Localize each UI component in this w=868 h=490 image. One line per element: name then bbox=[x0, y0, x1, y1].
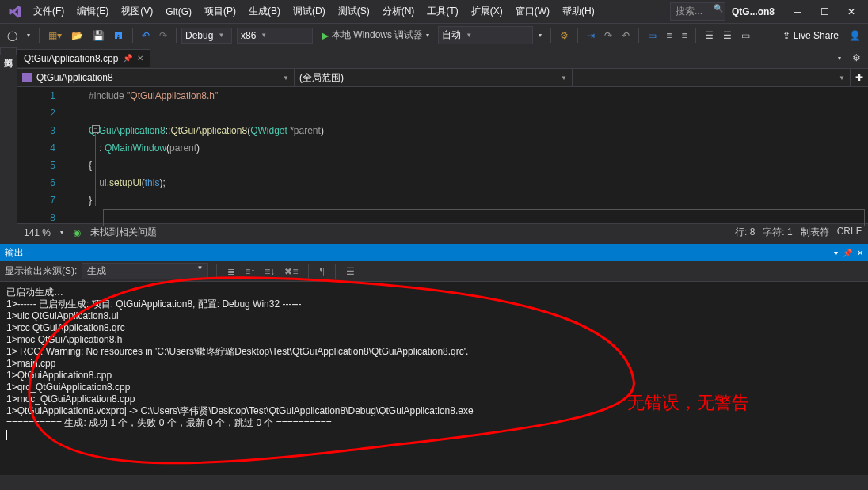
share-icon: ⇪ bbox=[782, 30, 790, 41]
tab-close-icon[interactable]: ✕ bbox=[137, 54, 143, 63]
separator bbox=[39, 28, 40, 43]
pin-icon[interactable]: 📌 bbox=[123, 54, 132, 63]
panel-pin-icon[interactable]: 📌 bbox=[843, 249, 852, 257]
auto-dropdown[interactable]: 自动▼ bbox=[438, 26, 533, 44]
config-dropdown[interactable]: Debug▼ bbox=[181, 28, 232, 44]
start-debug-button[interactable]: ▶本地 Windows 调试器▾ bbox=[318, 25, 433, 45]
close-icon[interactable]: ✕ bbox=[838, 2, 865, 22]
nav-project-dropdown[interactable]: QtGuiApplication8 ▼ bbox=[17, 69, 295, 86]
nav-scope-dropdown[interactable]: (全局范围) ▼ bbox=[295, 69, 573, 86]
step-icon[interactable]: ⇥ bbox=[583, 27, 599, 44]
menu-tools[interactable]: 工具(T) bbox=[421, 2, 464, 21]
menu-edit[interactable]: 编辑(E) bbox=[70, 2, 115, 21]
nav-bar: QtGuiApplication8 ▼ (全局范围) ▼ ▼ ✚ bbox=[17, 68, 868, 87]
code-editor[interactable]: 12345678 #include "QtGuiApplication8.h"Q… bbox=[17, 87, 868, 223]
undo-icon[interactable]: ↶ bbox=[138, 27, 154, 44]
file-tab-label: QtGuiApplication8.cpp bbox=[24, 53, 118, 64]
menu-git[interactable]: Git(G) bbox=[159, 3, 198, 21]
menu-project[interactable]: 项目(P) bbox=[198, 2, 242, 21]
panel-dropdown-icon[interactable]: ▾ bbox=[834, 249, 838, 257]
output-body[interactable]: 已启动生成…1>------ 已启动生成: 项目: QtGuiApplicati… bbox=[0, 282, 868, 475]
search-input[interactable]: 搜索... bbox=[670, 2, 725, 21]
file-tab-active[interactable]: QtGuiApplication8.cpp 📌 ✕ bbox=[17, 49, 150, 67]
collapse-toggle-icon[interactable]: − bbox=[92, 125, 100, 133]
output-source-label: 显示输出来源(S): bbox=[5, 264, 77, 278]
output-title-label: 输出 bbox=[5, 246, 24, 260]
separator bbox=[132, 28, 133, 43]
output-toolbar: 显示输出来源(S): 生成▼ ≣ ≡↑ ≡↓ ✖≡ ¶ ☰ bbox=[0, 261, 868, 282]
format-icon[interactable]: ≡ bbox=[662, 27, 676, 44]
next-msg-icon[interactable]: ≡↓ bbox=[262, 264, 277, 279]
separator bbox=[176, 28, 177, 43]
menu-help[interactable]: 帮助(H) bbox=[556, 2, 601, 21]
titlebar: 文件(F) 编辑(E) 视图(V) Git(G) 项目(P) 生成(B) 调试(… bbox=[0, 0, 868, 24]
comment-icon[interactable]: ≡ bbox=[677, 27, 691, 44]
save-icon[interactable]: 💾 bbox=[89, 27, 108, 44]
goto-msg-icon[interactable]: ≣ bbox=[225, 264, 238, 279]
solution-name: QtG...on8 bbox=[732, 6, 775, 17]
menu-window[interactable]: 窗口(W) bbox=[509, 2, 556, 21]
output-source-dropdown[interactable]: 生成▼ bbox=[82, 263, 208, 279]
status-col[interactable]: 字符: 1 bbox=[763, 226, 792, 239]
status-ending[interactable]: CRLF bbox=[837, 226, 862, 239]
outdent-icon[interactable]: ☰ bbox=[719, 27, 736, 44]
zoom-chevron-icon[interactable]: ▾ bbox=[60, 229, 63, 236]
menu-test[interactable]: 测试(S) bbox=[332, 2, 376, 21]
separator bbox=[335, 264, 336, 279]
maximize-icon[interactable]: ☐ bbox=[811, 2, 838, 22]
main-toolbar: ◯ ▾ ▦▾ 📂 💾 🖪 ↶ ↷ Debug▼ x86▼ ▶本地 Windows… bbox=[0, 24, 868, 47]
bookmark-icon[interactable]: ▭ bbox=[737, 27, 754, 44]
separator bbox=[695, 28, 696, 43]
nav-forward-icon[interactable]: ▾ bbox=[23, 28, 34, 42]
nav-member-dropdown[interactable]: ▼ bbox=[573, 69, 851, 86]
tab-well: QtGuiApplication8.cpp 📌 ✕ ▾ ⚙ bbox=[0, 47, 868, 68]
output-panel-title[interactable]: 输出 ▾ 📌 ✕ bbox=[0, 244, 868, 261]
line-gutter: 12345678 bbox=[17, 87, 89, 223]
menu-build[interactable]: 生成(B) bbox=[242, 2, 287, 21]
tool-icon[interactable]: ▭ bbox=[644, 27, 661, 44]
menu-file[interactable]: 文件(F) bbox=[27, 2, 70, 21]
open-icon[interactable]: 📂 bbox=[67, 27, 87, 44]
wrap-icon[interactable]: ¶ bbox=[317, 264, 326, 279]
menu-view[interactable]: 视图(V) bbox=[115, 2, 159, 21]
separator bbox=[638, 28, 639, 43]
menu-debug[interactable]: 调试(D) bbox=[287, 2, 332, 21]
zoom-level[interactable]: 141 % bbox=[24, 227, 51, 238]
separator bbox=[577, 28, 578, 43]
panel-close-icon[interactable]: ✕ bbox=[857, 249, 863, 257]
issues-ok-icon: ◉ bbox=[73, 227, 81, 238]
tab-overflow-icon[interactable]: ▾ bbox=[834, 49, 845, 66]
current-line-highlight bbox=[103, 209, 865, 226]
process-icon[interactable]: ⚙ bbox=[556, 27, 573, 44]
new-project-icon[interactable]: ▦▾ bbox=[44, 27, 66, 44]
list-icon[interactable]: ☰ bbox=[344, 264, 357, 279]
status-tabs[interactable]: 制表符 bbox=[801, 226, 829, 239]
outline-guide bbox=[95, 133, 96, 206]
nav-back-icon[interactable]: ◯ bbox=[3, 27, 21, 44]
side-tab-browser[interactable]: 浏览器 bbox=[0, 47, 17, 55]
clear-output-icon[interactable]: ✖≡ bbox=[282, 264, 300, 279]
separator bbox=[550, 28, 551, 43]
vs-logo-icon bbox=[8, 5, 22, 19]
live-share-button[interactable]: ⇪ Live Share bbox=[778, 28, 843, 43]
prev-msg-icon[interactable]: ≡↑ bbox=[242, 264, 257, 279]
status-line[interactable]: 行: 8 bbox=[735, 226, 755, 239]
save-all-icon[interactable]: 🖪 bbox=[110, 27, 128, 44]
account-icon[interactable]: 👤 bbox=[845, 27, 865, 44]
separator bbox=[308, 264, 309, 279]
separator bbox=[216, 264, 217, 279]
menu-extensions[interactable]: 扩展(X) bbox=[465, 2, 509, 21]
indent-icon[interactable]: ☰ bbox=[701, 27, 718, 44]
step-over-icon[interactable]: ↷ bbox=[600, 27, 616, 44]
dropdown-chevron-icon[interactable]: ▾ bbox=[535, 28, 546, 42]
minimize-icon[interactable]: ─ bbox=[784, 2, 811, 22]
step-out-icon[interactable]: ↶ bbox=[618, 27, 634, 44]
settings-gear-icon[interactable]: ⚙ bbox=[848, 49, 865, 66]
live-share-label: Live Share bbox=[794, 30, 839, 41]
redo-icon[interactable]: ↷ bbox=[155, 27, 171, 44]
nav-add-icon[interactable]: ✚ bbox=[851, 69, 868, 86]
menu-analyze[interactable]: 分析(N) bbox=[376, 2, 421, 21]
project-icon bbox=[22, 73, 32, 82]
platform-dropdown[interactable]: x86▼ bbox=[237, 28, 313, 44]
issues-label[interactable]: 未找到相关问题 bbox=[90, 226, 157, 239]
